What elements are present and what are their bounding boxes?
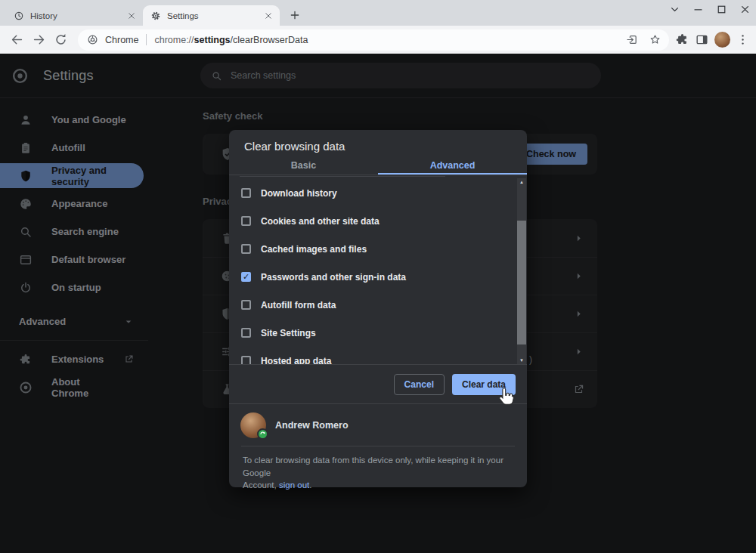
checkbox[interactable] <box>241 328 251 338</box>
scroll-up-icon[interactable]: ▲ <box>517 178 526 186</box>
chrome-badge-icon <box>87 34 98 45</box>
account-row: Andrew Romero <box>229 403 527 446</box>
tab-label: History <box>30 11 120 20</box>
data-type-row[interactable]: Autofill form data <box>241 291 527 319</box>
side-panel-icon[interactable] <box>695 32 709 47</box>
dialog-tab-label: Advanced <box>430 160 476 171</box>
data-type-label: Passwords and other sign-in data <box>261 272 406 283</box>
checkbox[interactable] <box>241 188 251 198</box>
tab-close-icon[interactable] <box>263 11 274 21</box>
scrollbar-thumb[interactable] <box>517 221 526 344</box>
history-icon <box>14 11 24 21</box>
dialog-tab[interactable]: Advanced <box>378 159 527 175</box>
data-type-label: Cached images and files <box>261 244 367 255</box>
data-type-row[interactable]: Download history <box>241 179 527 207</box>
data-type-label: Cookies and other site data <box>261 216 380 227</box>
checkbox[interactable] <box>241 272 251 282</box>
tab-strip: History Settings <box>0 0 756 26</box>
account-avatar <box>240 412 266 438</box>
minimize-icon[interactable] <box>692 3 705 16</box>
dialog-actions: Cancel Clear data <box>229 364 527 403</box>
account-name: Andrew Romero <box>275 420 349 431</box>
omnibox-divider <box>146 34 147 45</box>
cancel-button[interactable]: Cancel <box>394 374 445 395</box>
browser-window: History Settings Chrome chrome://se <box>0 0 756 553</box>
toolbar-actions <box>675 32 750 48</box>
checkbox[interactable] <box>241 356 251 364</box>
url-text: chrome://settings/clearBrowserData <box>154 35 615 45</box>
page-content: Settings You and Google <box>0 54 756 553</box>
dialog-tab[interactable]: Basic <box>229 159 378 175</box>
dialog-footer: To clear browsing data from this device … <box>241 446 515 492</box>
data-type-row[interactable]: Cookies and other site data <box>241 207 527 235</box>
data-type-row[interactable]: Cached images and files <box>241 235 527 263</box>
profile-avatar[interactable] <box>714 32 730 48</box>
tab-close-icon[interactable] <box>126 11 137 21</box>
gear-icon <box>150 11 161 21</box>
kebab-menu-icon[interactable] <box>736 32 750 47</box>
data-types-list: Download history Cookies and other site … <box>229 175 527 364</box>
sync-badge-icon <box>257 428 268 440</box>
checkbox[interactable] <box>241 300 251 310</box>
dialog-title: Clear browsing data <box>229 130 527 159</box>
tab-label: Settings <box>167 11 257 20</box>
checkbox[interactable] <box>241 244 251 254</box>
data-type-label: Download history <box>261 188 337 199</box>
scrollbar[interactable]: ▲ ▼ <box>517 178 526 364</box>
data-type-row[interactable]: Passwords and other sign-in data <box>241 263 527 291</box>
browser-tab[interactable]: Settings <box>143 5 280 26</box>
checkbox[interactable] <box>241 216 251 226</box>
scroll-down-icon[interactable]: ▼ <box>517 357 526 364</box>
browser-toolbar: Chrome chrome://settings/clearBrowserDat… <box>0 26 756 54</box>
sign-out-link[interactable]: sign out <box>279 480 309 490</box>
data-type-label: Site Settings <box>261 328 316 338</box>
close-icon[interactable] <box>739 3 751 16</box>
bookmark-star-icon[interactable] <box>649 33 662 46</box>
data-type-label: Hosted app data <box>261 356 331 365</box>
data-type-row[interactable]: Site Settings <box>241 319 527 347</box>
data-type-label: Autofill form data <box>261 300 336 310</box>
maximize-icon[interactable] <box>715 3 728 16</box>
extensions-icon[interactable] <box>675 32 689 47</box>
cursor-pointer-icon <box>497 387 516 408</box>
forward-icon[interactable] <box>32 32 46 47</box>
new-tab-button[interactable] <box>289 9 301 21</box>
clear-browsing-data-dialog: Clear browsing data Basic Advanced <box>229 130 527 487</box>
share-icon[interactable] <box>625 33 638 46</box>
browser-tab[interactable]: History <box>6 5 143 26</box>
window-menu-chevron-icon[interactable] <box>668 3 681 16</box>
dialog-tab-label: Basic <box>291 160 316 171</box>
data-type-row[interactable]: Hosted app data <box>241 347 527 364</box>
window-controls <box>668 3 751 16</box>
clipped-row-edge <box>240 176 445 177</box>
address-bar[interactable]: Chrome chrome://settings/clearBrowserDat… <box>78 29 669 51</box>
dialog-tabs: Basic Advanced <box>229 159 527 175</box>
omnibox-product-label: Chrome <box>105 35 138 45</box>
back-icon[interactable] <box>10 32 24 47</box>
reload-icon[interactable] <box>54 32 68 47</box>
